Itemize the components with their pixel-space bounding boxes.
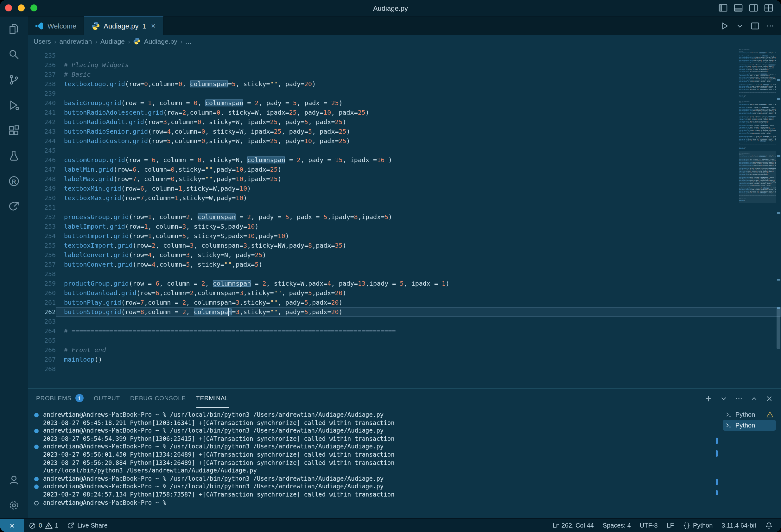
code-line-236[interactable]: 236# Placing Widgets: [28, 60, 781, 70]
activitybar-run-debug[interactable]: [0, 92, 28, 118]
zoom-window-button[interactable]: [30, 4, 37, 11]
code-line-254[interactable]: 254buttonImport.grid(row=1,column=5, sti…: [28, 231, 781, 241]
command-decoration-icon[interactable]: [34, 477, 39, 481]
breadcrumb-item[interactable]: Audiage.py: [144, 37, 177, 45]
activitybar-explorer[interactable]: [0, 16, 28, 42]
editor-tab-welcome[interactable]: Welcome: [28, 16, 84, 35]
scrollbar-thumb[interactable]: [777, 308, 780, 349]
breadcrumb-item[interactable]: andrewtian: [59, 37, 92, 45]
terminal-session-python[interactable]: Python: [723, 420, 776, 431]
chevron-up-icon[interactable]: [750, 394, 758, 403]
command-pending-icon[interactable]: [34, 501, 39, 505]
panel-tab-debug-console[interactable]: DEBUG CONSOLE: [130, 389, 186, 408]
close-icon[interactable]: [765, 394, 773, 403]
panel-tab-problems[interactable]: PROBLEMS1: [36, 389, 84, 408]
ellipsis-icon[interactable]: [735, 394, 743, 403]
breadcrumb-item[interactable]: Audiage: [100, 37, 125, 45]
chevron-down-icon[interactable]: [720, 394, 728, 403]
command-decoration-icon[interactable]: [34, 485, 39, 489]
indentation-status[interactable]: Spaces: 4: [598, 522, 635, 529]
code-line-235[interactable]: 235: [28, 51, 781, 60]
code-line-264[interactable]: 264# ===================================…: [28, 326, 781, 336]
notifications-bell[interactable]: [761, 522, 777, 529]
layout-customize-icon[interactable]: [764, 3, 773, 13]
code-line-253[interactable]: 253labelImport.grid(row=1, column=3, sti…: [28, 222, 781, 231]
code-line-265[interactable]: 265: [28, 336, 781, 345]
eol-status[interactable]: LF: [662, 522, 679, 529]
code-line-259[interactable]: 259productGroup.grid(row = 6, column = 2…: [28, 279, 781, 288]
line-number: 264: [28, 326, 56, 336]
ellipsis-icon[interactable]: [766, 21, 775, 30]
code-line-237[interactable]: 237# Basic: [28, 70, 781, 79]
activitybar-testing[interactable]: [0, 143, 28, 168]
code-line-267[interactable]: 267mainloop(): [28, 355, 781, 364]
code-line-249[interactable]: 249textboxMin.grid(row=6, column=1,stick…: [28, 184, 781, 193]
code-line-240[interactable]: 240basicGroup.grid(row = 1, column = 0, …: [28, 98, 781, 108]
split-editor-icon[interactable]: [751, 21, 759, 30]
code-line-250[interactable]: 250textboxMax.grid(row=7,column=1,sticky…: [28, 193, 781, 203]
terminal-output[interactable]: andrewtian@Andrews-MacBook-Pro ~ % /usr/…: [28, 408, 723, 518]
activitybar-search[interactable]: [0, 42, 28, 67]
code-line-245[interactable]: 245: [28, 146, 781, 155]
cursor-position[interactable]: Ln 262, Col 44: [548, 522, 598, 529]
code-line-247[interactable]: 247labelMin.grid(row=6, column=0,sticky=…: [28, 165, 781, 174]
encoding-status[interactable]: UTF-8: [635, 522, 662, 529]
breadcrumb-item[interactable]: Users: [34, 37, 51, 45]
line-content: buttonRadioAdolescent.grid(row=2,column=…: [56, 108, 781, 117]
minimap-slider[interactable]: [739, 151, 776, 203]
language-mode[interactable]: Python: [679, 522, 717, 529]
code-line-268[interactable]: 268: [28, 364, 781, 374]
minimap[interactable]: # Placing Widgets# BasictextboxLogo.grid…: [739, 47, 776, 388]
terminal-session-python[interactable]: Python: [723, 409, 776, 420]
tab-close-icon[interactable]: ×: [151, 22, 156, 30]
code-line-246[interactable]: 246customGroup.grid(row = 6, column = 0,…: [28, 155, 781, 165]
live-share-status[interactable]: Live Share: [63, 519, 112, 532]
code-line-262[interactable]: 262buttonStop.grid(row=8,column = 2, col…: [28, 307, 781, 317]
code-line-248[interactable]: 248labelMax.grid(row=7, column=0,sticky=…: [28, 174, 781, 184]
code-line-244[interactable]: 244buttonRadioCustom.grid(row=5,column=0…: [28, 136, 781, 146]
code-line-261[interactable]: 261buttonPlay.grid(row=7,column = 2, col…: [28, 298, 781, 307]
code-line-263[interactable]: 263: [28, 317, 781, 326]
code-line-266[interactable]: 266# Front end: [28, 345, 781, 355]
code-line-257[interactable]: 257buttonConvert.grid(row=4,column=5, st…: [28, 260, 781, 269]
plus-icon[interactable]: [704, 394, 712, 403]
layout-panel-icon[interactable]: [734, 3, 743, 13]
run-icon[interactable]: [720, 21, 729, 30]
activitybar-source-control[interactable]: [0, 67, 28, 92]
command-decoration-icon[interactable]: [34, 429, 39, 433]
layout-sidebar-left-icon[interactable]: [718, 3, 728, 13]
minimize-window-button[interactable]: [18, 4, 25, 11]
code-line-241[interactable]: 241buttonRadioAdolescent.grid(row=2,colu…: [28, 108, 781, 117]
code-line-252[interactable]: 252processGroup.grid(row=1, column=2, co…: [28, 212, 781, 222]
close-window-button[interactable]: [5, 4, 12, 11]
code-line-243[interactable]: 243buttonRadioSenior.grid(row=4,column=0…: [28, 127, 781, 136]
command-decoration-icon[interactable]: [34, 413, 39, 417]
code-line-258[interactable]: 258: [28, 269, 781, 279]
command-decoration-icon[interactable]: [34, 445, 39, 449]
line-number: 252: [28, 212, 56, 222]
activitybar-live-share[interactable]: [0, 194, 28, 219]
code-editor[interactable]: 235236# Placing Widgets237# Basic238text…: [28, 47, 781, 388]
breadcrumb-item[interactable]: ...: [186, 37, 192, 45]
panel-tab-output[interactable]: OUTPUT: [94, 389, 120, 408]
editor-scrollbar[interactable]: [776, 47, 781, 388]
layout-sidebar-right-icon[interactable]: [749, 3, 758, 13]
code-line-255[interactable]: 255textboxImport.grid(row=2, column=3, c…: [28, 241, 781, 250]
activitybar-extensions[interactable]: [0, 118, 28, 143]
code-line-251[interactable]: 251: [28, 203, 781, 212]
remote-indicator[interactable]: [0, 519, 24, 532]
line-number: 236: [28, 60, 56, 70]
activitybar-settings[interactable]: [0, 493, 28, 518]
code-line-242[interactable]: 242buttonRadioAdult.grid(row=3,column=0,…: [28, 117, 781, 127]
chevron-down-icon[interactable]: [735, 21, 744, 30]
activitybar-r-language[interactable]: R: [0, 168, 28, 194]
panel-tab-terminal[interactable]: TERMINAL: [196, 389, 228, 408]
activitybar-accounts[interactable]: [0, 467, 28, 493]
code-line-260[interactable]: 260buttonDownload.grid(row=6,column=2,co…: [28, 288, 781, 298]
python-interpreter[interactable]: 3.11.4 64-bit: [717, 522, 761, 529]
code-line-239[interactable]: 239: [28, 89, 781, 98]
code-line-238[interactable]: 238textboxLogo.grid(row=0,column=0, colu…: [28, 79, 781, 89]
code-line-256[interactable]: 256labelConvert.grid(row=4, column=3, st…: [28, 250, 781, 260]
problems-status[interactable]: 0 1: [24, 519, 63, 532]
editor-tab-audiage-py[interactable]: Audiage.py1×: [84, 16, 163, 35]
